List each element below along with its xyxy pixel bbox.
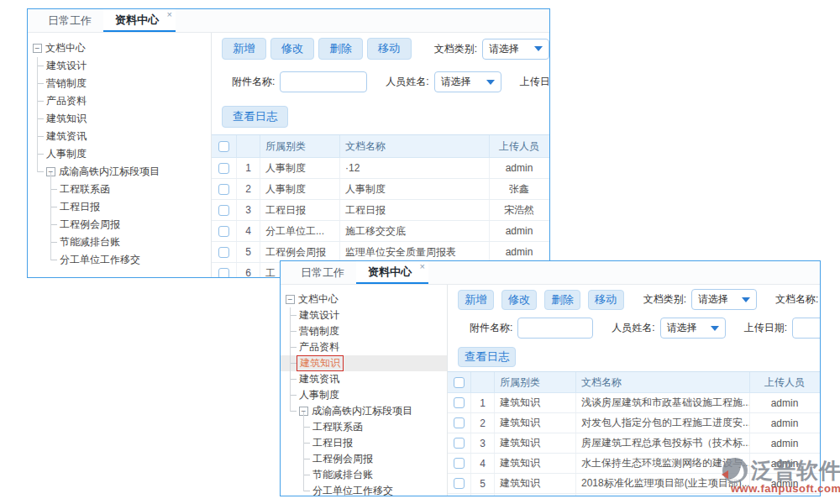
col-header-doc-name[interactable]: 文档名称	[340, 135, 490, 157]
tab-daily-work[interactable]: 日常工作	[36, 9, 103, 32]
select-all-checkbox[interactable]	[454, 377, 465, 388]
select-all-checkbox[interactable]	[218, 141, 229, 152]
collapse-icon[interactable]: −	[286, 295, 295, 304]
row-index: 3	[471, 433, 495, 453]
tab-bar: 日常工作 资料中心 ×	[281, 261, 820, 285]
col-header-uploader[interactable]: 上传人员	[750, 372, 819, 392]
tree-item[interactable]: − 人事制度	[28, 145, 211, 163]
person-name-select[interactable]: 请选择	[434, 71, 501, 92]
collapse-icon[interactable]: −	[33, 44, 42, 53]
tab-data-center[interactable]: 资料中心 ×	[356, 261, 428, 284]
row-checkbox[interactable]	[454, 458, 465, 469]
table-row[interactable]: 4 分工单位工... 施工移交交底 admin	[212, 221, 549, 242]
col-header-category[interactable]: 所属别类	[260, 135, 340, 157]
row-checkbox[interactable]	[218, 163, 229, 174]
add-button[interactable]: 新增	[458, 290, 494, 310]
attachment-name-input[interactable]	[517, 318, 593, 339]
row-doc-name: 浅谈房屋建筑和市政基础设施工程施...	[576, 393, 750, 412]
tab-daily-work[interactable]: 日常工作	[289, 261, 356, 284]
tab-label: 日常工作	[301, 265, 344, 281]
tree-item[interactable]: − 文档中心	[281, 291, 447, 307]
tree-connector	[303, 427, 310, 428]
tree-item[interactable]: − 产品资料	[281, 339, 447, 355]
collapse-icon[interactable]: −	[46, 167, 55, 176]
tree-connector	[50, 260, 57, 260]
row-checkbox[interactable]	[218, 247, 229, 258]
row-checkbox[interactable]	[454, 438, 465, 449]
row-checkbox[interactable]	[218, 205, 229, 216]
tree-item[interactable]: − 营销制度	[28, 75, 211, 92]
col-header-uploader[interactable]: 上传人员	[490, 135, 549, 157]
row-doc-name: 工程日报	[340, 200, 490, 220]
table-row[interactable]: 3 建筑知识 房屋建筑工程总承包投标书（技术标... admin	[448, 433, 820, 454]
tree-item-label: 成渝高铁内江标段项目	[312, 404, 412, 418]
row-checkbox[interactable]	[454, 478, 465, 489]
tree-item[interactable]: − 节能减排台账	[281, 467, 447, 483]
col-header-category[interactable]: 所属别类	[495, 372, 576, 392]
tree-item[interactable]: − 工程日报	[28, 198, 211, 216]
tree-item[interactable]: − 建筑设计	[28, 57, 211, 75]
table-row[interactable]: 1 人事制度 ·12 admin	[212, 158, 549, 179]
tab-data-center[interactable]: 资料中心 ×	[103, 9, 176, 32]
row-index: 1	[237, 158, 260, 178]
tree-item[interactable]: − 工程联系函	[28, 181, 211, 198]
doc-category-select[interactable]: 请选择	[691, 289, 757, 310]
tree-item-label: 营销制度	[299, 324, 339, 339]
attachment-name-input[interactable]	[280, 71, 367, 92]
tree-item[interactable]: − 建筑设计	[281, 307, 447, 323]
tree-item[interactable]: − 建筑资讯	[281, 371, 447, 387]
table-row[interactable]: 3 工程日报 工程日报 宋浩然	[212, 200, 549, 221]
row-checkbox[interactable]	[218, 184, 229, 195]
table-row[interactable]: 2 建筑知识 对发包人指定分包的工程施工进度安... admin	[448, 413, 820, 433]
tree-item[interactable]: − 工程日报	[281, 435, 447, 451]
tree-item-label: 产品资料	[299, 340, 339, 354]
chevron-down-icon	[534, 46, 543, 51]
row-checkbox[interactable]	[218, 268, 229, 278]
tree-item[interactable]: − 节能减排台账	[28, 234, 211, 251]
row-checkbox[interactable]	[218, 226, 229, 237]
close-icon[interactable]: ×	[420, 262, 425, 271]
row-doc-name: 房屋建筑工程总承包投标书（技术标...	[576, 433, 750, 453]
delete-button[interactable]: 删除	[544, 290, 580, 310]
modify-button[interactable]: 修改	[501, 290, 538, 310]
row-index: 4	[237, 221, 260, 241]
table-row[interactable]: 1 建筑知识 浅谈房屋建筑和市政基础设施工程施... admin	[448, 393, 820, 413]
add-button[interactable]: 新增	[222, 38, 266, 60]
doc-name-label: 文档名称:	[775, 292, 818, 307]
row-checkbox[interactable]	[454, 417, 465, 428]
upload-date-input[interactable]	[792, 318, 820, 339]
person-name-select[interactable]: 请选择	[660, 318, 726, 339]
tree-item[interactable]: − 工程联系函	[281, 419, 447, 435]
row-category: 建筑知识	[495, 433, 576, 453]
move-button[interactable]: 移动	[588, 290, 624, 310]
close-icon[interactable]: ×	[167, 10, 172, 19]
tree-item[interactable]: − 分工单位工作移交	[281, 483, 447, 496]
view-log-button[interactable]: 查看日志	[222, 106, 288, 128]
tree-item[interactable]: − 建筑知识	[281, 355, 447, 371]
chevron-down-icon	[711, 326, 719, 331]
row-checkbox[interactable]	[454, 397, 465, 408]
tree-item[interactable]: − 成渝高铁内江标段项目	[28, 163, 211, 181]
tree-item[interactable]: − 营销制度	[281, 323, 447, 339]
tree-item[interactable]: − 人事制度	[281, 387, 447, 403]
col-header-doc-name[interactable]: 文档名称	[576, 372, 750, 392]
modify-button[interactable]: 修改	[270, 38, 315, 60]
tree-item[interactable]: − 产品资料	[28, 92, 211, 110]
table-row[interactable]: 2 人事制度 人事制度 张鑫	[212, 179, 549, 200]
chevron-down-icon	[486, 80, 495, 85]
row-category: 建筑知识	[495, 494, 576, 496]
tree-item[interactable]: − 成渝高铁内江标段项目	[281, 403, 447, 419]
col-header-index	[237, 135, 260, 157]
tree-item[interactable]: − 建筑资讯	[28, 128, 211, 145]
tree-item[interactable]: − 建筑知识	[28, 110, 211, 128]
delete-button[interactable]: 删除	[318, 38, 363, 60]
view-log-button[interactable]: 查看日志	[458, 347, 516, 367]
collapse-icon[interactable]: −	[299, 407, 308, 416]
row-index: 6	[237, 263, 260, 277]
tree-item[interactable]: − 文档中心	[28, 39, 211, 57]
tree-item[interactable]: − 工程例会周报	[281, 451, 447, 467]
move-button[interactable]: 移动	[367, 38, 412, 60]
tree-item[interactable]: − 分工单位工作移交	[28, 251, 211, 269]
doc-category-select[interactable]: 请选择	[482, 39, 549, 60]
tree-item[interactable]: − 工程例会周报	[28, 216, 211, 234]
